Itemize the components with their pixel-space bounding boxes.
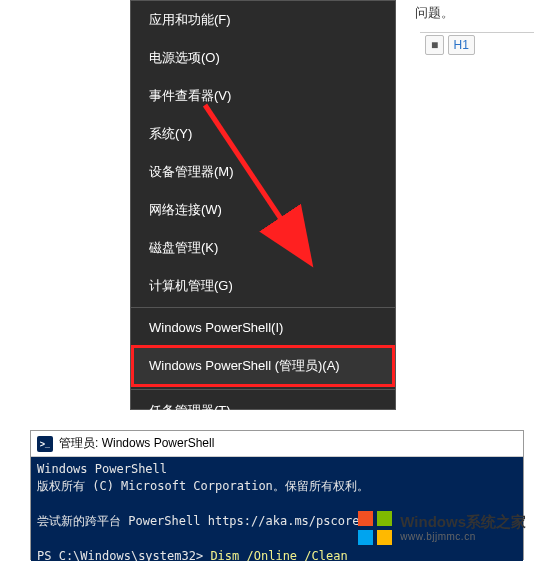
menu-device-manager[interactable]: 设备管理器(M) [131, 153, 395, 191]
menu-apps-features[interactable]: 应用和功能(F) [131, 1, 395, 39]
background-text: 问题。 [415, 4, 454, 22]
ps-line3: 尝试新的跨平台 PowerShell https://aka.ms/pscore… [37, 514, 367, 528]
menu-separator [131, 389, 395, 390]
menu-event-viewer[interactable]: 事件查看器(V) [131, 77, 395, 115]
menu-power-options[interactable]: 电源选项(O) [131, 39, 395, 77]
menu-separator [131, 307, 395, 308]
menu-system[interactable]: 系统(Y) [131, 115, 395, 153]
menu-disk-management[interactable]: 磁盘管理(K) [131, 229, 395, 267]
windows-logo-icon [358, 511, 392, 545]
menu-powershell-admin[interactable]: Windows PowerShell (管理员)(A) [131, 345, 395, 387]
menu-powershell[interactable]: Windows PowerShell(I) [131, 310, 395, 345]
ps-line2: 版权所有 (C) Microsoft Corporation。保留所有权利。 [37, 479, 369, 493]
menu-task-manager[interactable]: 任务管理器(T) [131, 392, 395, 430]
toolbar-fragment: ■ H1 [425, 38, 475, 52]
winx-context-menu[interactable]: 应用和功能(F) 电源选项(O) 事件查看器(V) 系统(Y) 设备管理器(M)… [130, 0, 396, 410]
powershell-titlebar[interactable]: >_ 管理员: Windows PowerShell [31, 431, 523, 457]
menu-network-connections[interactable]: 网络连接(W) [131, 191, 395, 229]
watermark-text: Windows系统之家 www.bjjmmc.cn [400, 514, 526, 542]
menu-computer-management[interactable]: 计算机管理(G) [131, 267, 395, 305]
ps-line1: Windows PowerShell [37, 462, 167, 476]
watermark: Windows系统之家 www.bjjmmc.cn [350, 507, 534, 549]
heading-toggle[interactable]: H1 [448, 35, 475, 55]
powershell-title-text: 管理员: Windows PowerShell [59, 435, 214, 452]
powershell-icon: >_ [37, 436, 53, 452]
toolbar-btn[interactable]: ■ [425, 35, 444, 55]
ps-command: Dism /Online /Clean [210, 549, 347, 561]
ps-prompt: PS C:\Windows\system32> [37, 549, 210, 561]
